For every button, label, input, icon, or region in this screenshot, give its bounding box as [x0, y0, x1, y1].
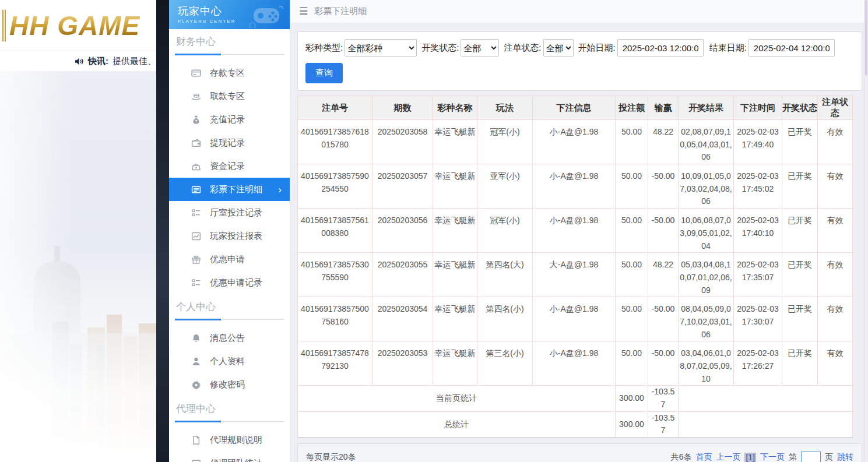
pager: 共6条 首页 上一页 [1] 下一页 第 页 跳转	[671, 451, 853, 462]
next-page-link[interactable]: 下一页	[760, 452, 785, 462]
sidebar-item-promo-apply[interactable]: 优惠申请	[169, 248, 290, 271]
sidebar-item-player-bet-report[interactable]: 玩家投注报表	[169, 224, 290, 248]
table-cell: 50.00	[616, 297, 648, 341]
table-cell: 大-A盘@1.98	[533, 253, 616, 297]
table-row: 40156917385747879213020250203053幸运飞艇新第三名…	[298, 341, 853, 386]
section-divider	[175, 54, 284, 55]
sidebar-item-profile[interactable]: 个人资料	[169, 350, 290, 373]
column-header: 下注信息	[533, 96, 616, 120]
table-cell: 50.00	[616, 120, 648, 164]
summary-winloss-total: -103.57	[648, 411, 679, 437]
sidebar-item-promo-apply-record[interactable]: 优惠申请记录	[169, 271, 290, 294]
promo-record-icon	[191, 278, 201, 288]
logo-band: HH GAME	[0, 0, 156, 51]
sidebar-item-messages[interactable]: 消息公告	[169, 326, 290, 350]
sidebar-item-agent-team-stats[interactable]: 代理团队统计	[169, 452, 290, 462]
sidebar-item-funds-record[interactable]: 资金记录	[169, 154, 290, 178]
sidebar-item-deposit[interactable]: 存款专区	[169, 61, 290, 84]
gear-icon	[191, 380, 201, 390]
table-cell: 401569173857618015780	[298, 120, 372, 164]
table-cell: 有效	[818, 120, 853, 164]
table-cell: 有效	[818, 253, 853, 297]
scrollbar[interactable]	[864, 0, 868, 462]
page-jump-input[interactable]	[801, 451, 821, 462]
table-header-row: 注单号期数彩种名称玩法下注信息投注额输赢开奖结果下注时间开奖状态注单状态	[298, 96, 853, 120]
current-page-indicator: [1]	[744, 453, 756, 462]
sidebar-item-label: 代理规则说明	[210, 435, 262, 446]
ticker-text: 提供最佳、	[113, 56, 156, 67]
section-divider	[175, 421, 284, 422]
table-cell: 有效	[818, 341, 853, 386]
table-cell: 48.22	[648, 253, 679, 297]
summary-row: 当前页统计300.00-103.57	[298, 386, 853, 411]
sidebar-nav: 财务中心存款专区取款专区充值记录提现记录资金记录彩票下注明细›厅室投注记录玩家投…	[169, 29, 290, 462]
sidebar-item-bet-detail[interactable]: 彩票下注明细›	[169, 178, 290, 201]
sidebar-item-label: 彩票下注明细	[210, 184, 262, 195]
sidebar-item-hall-bet-record[interactable]: 厅室投注记录	[169, 201, 290, 224]
summary-winloss-total: -103.57	[648, 386, 679, 411]
sidebar-item-label: 提现记录	[210, 137, 245, 149]
topbar: ☰ 彩票下注明细	[290, 0, 868, 23]
column-header: 注单状态	[818, 96, 853, 120]
jump-button[interactable]: 跳转	[837, 452, 853, 462]
table-row: 40156917385756100838020250203056幸运飞艇新冠军(…	[298, 209, 853, 253]
order-status-label: 注单状态:	[504, 43, 541, 54]
sidebar-section: 个人中心	[169, 294, 290, 326]
table-cell: 20250203056	[372, 209, 433, 253]
sidebar-item-label: 取款专区	[210, 91, 245, 102]
end-date-input[interactable]	[748, 39, 835, 57]
site-logo[interactable]: HH GAME	[2, 10, 140, 41]
total-count-text: 共6条	[671, 452, 692, 462]
moneybag-icon	[191, 115, 201, 125]
sidebar-item-withdraw-record[interactable]: 提现记录	[169, 131, 290, 154]
sidebar-item-label: 修改密码	[210, 379, 245, 390]
table-row: 40156917385761801578020250203058幸运飞艇新冠军(…	[298, 120, 853, 164]
search-button[interactable]: 查询	[305, 63, 343, 83]
team-stats-icon	[191, 459, 201, 462]
table-cell: 50.00	[616, 341, 648, 386]
sidebar-item-label: 优惠申请记录	[210, 277, 262, 288]
table-cell: 第四名(大)	[477, 253, 533, 297]
draw-status-select[interactable]: 全部	[461, 39, 499, 57]
order-status-select[interactable]: 全部	[543, 39, 574, 57]
menu-toggle-icon[interactable]: ☰	[299, 5, 308, 17]
summary-bet-total: 300.00	[616, 411, 648, 437]
table-cell: 有效	[818, 164, 853, 209]
first-page-link[interactable]: 首页	[695, 452, 712, 462]
sidebar-item-label: 玩家投注报表	[210, 231, 262, 242]
sidebar-item-agent-rules[interactable]: 代理规则说明	[169, 428, 290, 452]
summary-label: 总统计	[298, 411, 616, 437]
column-header: 期数	[372, 96, 433, 120]
sidebar-section-title: 代理中心	[175, 402, 284, 415]
prev-page-link[interactable]: 上一页	[716, 452, 740, 462]
table-cell: 48.22	[648, 120, 679, 164]
sidebar-item-label: 优惠申请	[210, 254, 245, 265]
table-cell: 20250203053	[372, 341, 433, 386]
lottery-type-select[interactable]: 全部彩种	[345, 39, 417, 57]
jump-suffix-label: 页	[825, 452, 833, 462]
section-divider	[175, 319, 284, 320]
table-cell: -50.00	[648, 297, 679, 341]
table-cell: 2025-02-03 17:49:40	[734, 120, 782, 164]
sidebar-item-change-password[interactable]: 修改密码	[169, 373, 290, 396]
table-cell: 小-A盘@1.98	[533, 164, 616, 209]
sidebar-section-title: 个人中心	[175, 300, 284, 313]
table-cell: 已开奖	[782, 164, 818, 209]
table-row: 40156917385753075559020250203055幸运飞艇新第四名…	[298, 253, 853, 297]
bet-detail-icon	[191, 185, 201, 195]
sidebar-item-recharge-record[interactable]: 充值记录	[169, 108, 290, 131]
table-cell: 小-A盘@1.98	[533, 209, 616, 253]
summary-empty	[679, 386, 853, 411]
hall-record-icon	[191, 208, 201, 218]
scrollbar-thumb[interactable]	[865, 0, 867, 76]
table-cell: 小-A盘@1.98	[533, 297, 616, 341]
table-cell: 20250203058	[372, 120, 433, 164]
lottery-type-label: 彩种类型:	[305, 43, 343, 54]
start-date-input[interactable]	[617, 39, 704, 57]
table-cell: 有效	[818, 297, 853, 341]
column-header: 下注时间	[734, 96, 782, 120]
wallet-icon	[191, 138, 201, 148]
table-cell: 幸运飞艇新	[433, 164, 477, 209]
person-icon	[191, 357, 201, 366]
sidebar-item-withdraw[interactable]: 取款专区	[169, 84, 290, 108]
